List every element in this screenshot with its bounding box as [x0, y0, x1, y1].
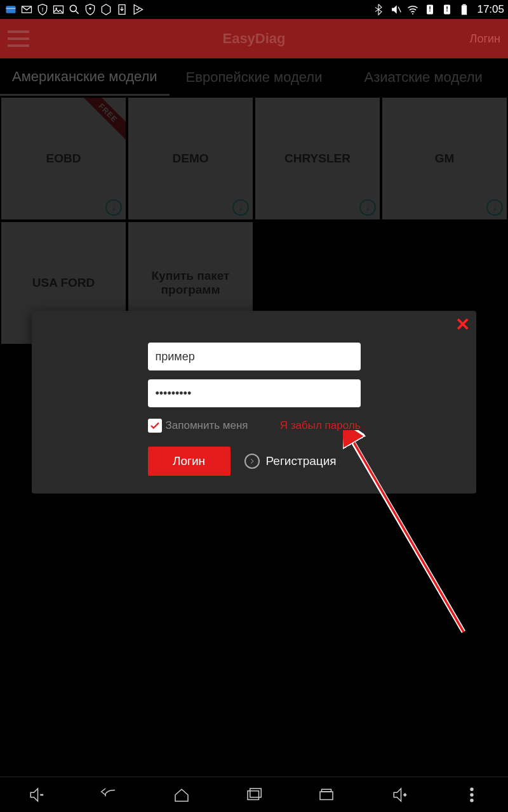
- volume-up-button[interactable]: [387, 782, 412, 808]
- shield-icon: !: [36, 3, 50, 16]
- svg-rect-17: [248, 790, 259, 799]
- password-input[interactable]: [148, 379, 361, 407]
- svg-rect-20: [322, 789, 331, 792]
- svg-point-8: [412, 13, 413, 15]
- free-ribbon: FREE: [81, 98, 126, 142]
- category-tabs: Американские модели Европейские модели А…: [0, 58, 508, 96]
- hexagon-icon: [99, 3, 113, 16]
- svg-rect-13: [462, 5, 467, 15]
- card-label: EOBD: [43, 152, 85, 166]
- app-icon: [4, 3, 18, 16]
- card-label: CHRYSLER: [281, 152, 354, 166]
- android-nav-bar: [0, 776, 508, 812]
- image-icon: [51, 3, 65, 16]
- clock-text: 17:05: [477, 3, 504, 16]
- tab-asian[interactable]: Азиатские модели: [338, 60, 508, 95]
- username-input[interactable]: [148, 343, 361, 370]
- tab-european[interactable]: Европейские модели: [170, 60, 339, 95]
- recent-button[interactable]: [241, 782, 267, 808]
- card-eobd[interactable]: FREE EOBD ↓: [1, 98, 126, 219]
- card-label: GM: [431, 152, 458, 166]
- svg-text:!: !: [446, 5, 449, 13]
- card-label: DEMO: [169, 152, 213, 166]
- svg-text:!: !: [429, 5, 432, 13]
- menu-button[interactable]: [8, 30, 29, 47]
- alert-icon: !: [423, 3, 437, 16]
- recent-button-2[interactable]: [314, 782, 339, 808]
- home-button[interactable]: [169, 782, 194, 808]
- wifi-icon: [406, 3, 420, 16]
- alert-icon-2: !: [440, 3, 454, 16]
- download-icon: [115, 3, 129, 16]
- app-header: EasyDiag Логин: [0, 19, 508, 58]
- mute-icon: [389, 3, 403, 16]
- more-button[interactable]: [459, 782, 485, 808]
- download-icon[interactable]: ↓: [359, 199, 376, 216]
- model-grid: FREE EOBD ↓ DEMO ↓ CHRYSLER ↓ GM ↓ USA F…: [0, 96, 508, 345]
- battery-icon: [457, 3, 471, 16]
- tab-american[interactable]: Американские модели: [0, 60, 170, 96]
- card-demo[interactable]: DEMO ↓: [128, 98, 253, 219]
- remember-label: Запомнить меня: [166, 419, 248, 432]
- remember-checkbox[interactable]: [148, 419, 162, 433]
- status-right-icons: ! ! 17:05: [371, 3, 504, 16]
- download-icon[interactable]: ↓: [105, 199, 122, 216]
- svg-text:!: !: [42, 6, 44, 13]
- register-label: Регистрация: [266, 454, 337, 468]
- forgot-password-link[interactable]: Я забыл пароль: [280, 419, 361, 432]
- back-button[interactable]: [96, 782, 121, 808]
- card-label: Купить пакет программ: [128, 269, 253, 297]
- download-icon[interactable]: ↓: [232, 199, 249, 216]
- close-icon[interactable]: ✕: [455, 316, 470, 334]
- volume-down-button[interactable]: [23, 782, 49, 808]
- location-icon: [83, 3, 97, 16]
- arrow-right-icon: [244, 454, 260, 469]
- card-label: USA FORD: [29, 276, 99, 290]
- header-login-link[interactable]: Логин: [470, 32, 500, 46]
- svg-rect-0: [6, 6, 16, 13]
- search-icon: [67, 3, 81, 16]
- app-title: EasyDiag: [222, 30, 285, 47]
- svg-point-23: [471, 799, 473, 801]
- android-status-bar: ! ! ! 17:05: [0, 0, 508, 19]
- card-gm[interactable]: GM ↓: [382, 98, 507, 219]
- play-icon: [131, 3, 145, 16]
- svg-point-6: [89, 8, 91, 10]
- bluetooth-icon: [371, 3, 385, 16]
- login-modal: ✕ Запомнить меня Я забыл пароль Логин Ре…: [32, 311, 476, 494]
- card-chrysler[interactable]: CHRYSLER ↓: [255, 98, 380, 219]
- svg-rect-19: [320, 792, 333, 800]
- svg-rect-18: [250, 789, 262, 797]
- svg-point-22: [471, 794, 473, 796]
- svg-point-21: [471, 788, 473, 790]
- register-link[interactable]: Регистрация: [244, 454, 337, 469]
- login-button[interactable]: Логин: [148, 447, 231, 476]
- svg-rect-14: [463, 4, 466, 6]
- svg-point-5: [70, 5, 76, 11]
- mail-icon: [20, 3, 34, 16]
- status-left-icons: !: [4, 3, 145, 16]
- download-icon[interactable]: ↓: [486, 199, 503, 216]
